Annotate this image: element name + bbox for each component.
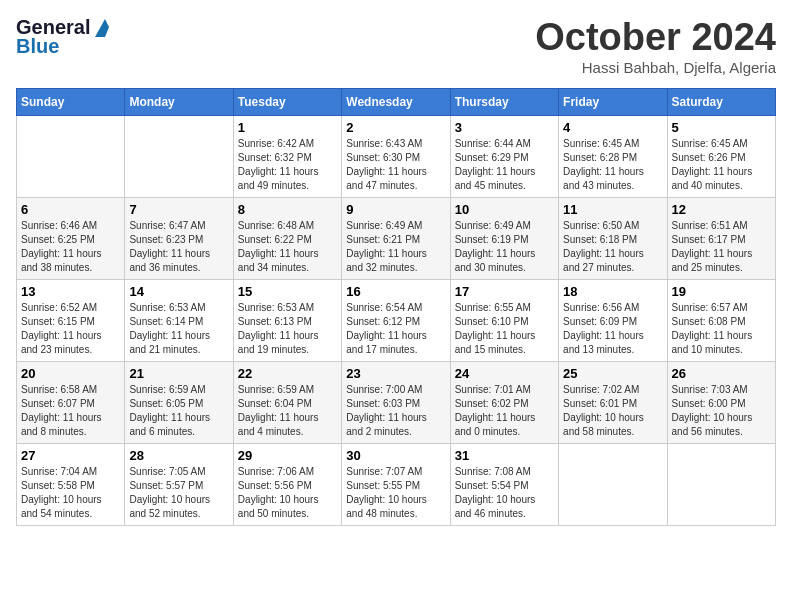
calendar-header-row: SundayMondayTuesdayWednesdayThursdayFrid…	[17, 89, 776, 116]
header-wednesday: Wednesday	[342, 89, 450, 116]
day-number: 28	[129, 448, 228, 463]
day-number: 19	[672, 284, 771, 299]
day-detail: Sunrise: 6:58 AM Sunset: 6:07 PM Dayligh…	[21, 383, 120, 439]
day-number: 26	[672, 366, 771, 381]
calendar-cell: 16Sunrise: 6:54 AM Sunset: 6:12 PM Dayli…	[342, 280, 450, 362]
day-number: 17	[455, 284, 554, 299]
calendar-cell: 13Sunrise: 6:52 AM Sunset: 6:15 PM Dayli…	[17, 280, 125, 362]
location: Hassi Bahbah, Djelfa, Algeria	[535, 59, 776, 76]
logo-blue: Blue	[16, 35, 59, 58]
header-monday: Monday	[125, 89, 233, 116]
day-number: 18	[563, 284, 662, 299]
day-detail: Sunrise: 7:00 AM Sunset: 6:03 PM Dayligh…	[346, 383, 445, 439]
calendar-cell: 19Sunrise: 6:57 AM Sunset: 6:08 PM Dayli…	[667, 280, 775, 362]
header-saturday: Saturday	[667, 89, 775, 116]
day-detail: Sunrise: 6:45 AM Sunset: 6:26 PM Dayligh…	[672, 137, 771, 193]
calendar-cell: 20Sunrise: 6:58 AM Sunset: 6:07 PM Dayli…	[17, 362, 125, 444]
calendar-cell: 30Sunrise: 7:07 AM Sunset: 5:55 PM Dayli…	[342, 444, 450, 526]
day-number: 24	[455, 366, 554, 381]
calendar-cell: 31Sunrise: 7:08 AM Sunset: 5:54 PM Dayli…	[450, 444, 558, 526]
calendar-cell: 18Sunrise: 6:56 AM Sunset: 6:09 PM Dayli…	[559, 280, 667, 362]
calendar-week-3: 20Sunrise: 6:58 AM Sunset: 6:07 PM Dayli…	[17, 362, 776, 444]
day-number: 9	[346, 202, 445, 217]
day-detail: Sunrise: 6:49 AM Sunset: 6:21 PM Dayligh…	[346, 219, 445, 275]
day-number: 3	[455, 120, 554, 135]
calendar-cell: 28Sunrise: 7:05 AM Sunset: 5:57 PM Dayli…	[125, 444, 233, 526]
header-tuesday: Tuesday	[233, 89, 341, 116]
calendar-cell	[559, 444, 667, 526]
calendar-cell: 22Sunrise: 6:59 AM Sunset: 6:04 PM Dayli…	[233, 362, 341, 444]
day-number: 5	[672, 120, 771, 135]
calendar-week-2: 13Sunrise: 6:52 AM Sunset: 6:15 PM Dayli…	[17, 280, 776, 362]
day-detail: Sunrise: 7:04 AM Sunset: 5:58 PM Dayligh…	[21, 465, 120, 521]
day-detail: Sunrise: 6:50 AM Sunset: 6:18 PM Dayligh…	[563, 219, 662, 275]
day-detail: Sunrise: 6:43 AM Sunset: 6:30 PM Dayligh…	[346, 137, 445, 193]
day-number: 20	[21, 366, 120, 381]
day-number: 10	[455, 202, 554, 217]
day-number: 23	[346, 366, 445, 381]
day-detail: Sunrise: 6:48 AM Sunset: 6:22 PM Dayligh…	[238, 219, 337, 275]
calendar-cell	[667, 444, 775, 526]
logo: General Blue	[16, 16, 109, 58]
day-detail: Sunrise: 7:03 AM Sunset: 6:00 PM Dayligh…	[672, 383, 771, 439]
day-detail: Sunrise: 6:46 AM Sunset: 6:25 PM Dayligh…	[21, 219, 120, 275]
logo-icon	[91, 19, 109, 37]
calendar-cell: 24Sunrise: 7:01 AM Sunset: 6:02 PM Dayli…	[450, 362, 558, 444]
day-detail: Sunrise: 6:55 AM Sunset: 6:10 PM Dayligh…	[455, 301, 554, 357]
calendar-cell: 5Sunrise: 6:45 AM Sunset: 6:26 PM Daylig…	[667, 116, 775, 198]
calendar-week-4: 27Sunrise: 7:04 AM Sunset: 5:58 PM Dayli…	[17, 444, 776, 526]
day-detail: Sunrise: 7:08 AM Sunset: 5:54 PM Dayligh…	[455, 465, 554, 521]
calendar-cell: 3Sunrise: 6:44 AM Sunset: 6:29 PM Daylig…	[450, 116, 558, 198]
day-detail: Sunrise: 6:52 AM Sunset: 6:15 PM Dayligh…	[21, 301, 120, 357]
calendar-cell: 25Sunrise: 7:02 AM Sunset: 6:01 PM Dayli…	[559, 362, 667, 444]
calendar-cell	[125, 116, 233, 198]
day-number: 1	[238, 120, 337, 135]
calendar-week-1: 6Sunrise: 6:46 AM Sunset: 6:25 PM Daylig…	[17, 198, 776, 280]
day-detail: Sunrise: 6:47 AM Sunset: 6:23 PM Dayligh…	[129, 219, 228, 275]
calendar-cell: 14Sunrise: 6:53 AM Sunset: 6:14 PM Dayli…	[125, 280, 233, 362]
day-number: 21	[129, 366, 228, 381]
day-number: 14	[129, 284, 228, 299]
calendar-table: SundayMondayTuesdayWednesdayThursdayFrid…	[16, 88, 776, 526]
day-detail: Sunrise: 6:44 AM Sunset: 6:29 PM Dayligh…	[455, 137, 554, 193]
day-number: 7	[129, 202, 228, 217]
calendar-cell	[17, 116, 125, 198]
day-number: 12	[672, 202, 771, 217]
day-detail: Sunrise: 7:05 AM Sunset: 5:57 PM Dayligh…	[129, 465, 228, 521]
calendar-cell: 10Sunrise: 6:49 AM Sunset: 6:19 PM Dayli…	[450, 198, 558, 280]
calendar-cell: 17Sunrise: 6:55 AM Sunset: 6:10 PM Dayli…	[450, 280, 558, 362]
calendar-cell: 27Sunrise: 7:04 AM Sunset: 5:58 PM Dayli…	[17, 444, 125, 526]
calendar-cell: 21Sunrise: 6:59 AM Sunset: 6:05 PM Dayli…	[125, 362, 233, 444]
day-detail: Sunrise: 6:49 AM Sunset: 6:19 PM Dayligh…	[455, 219, 554, 275]
day-number: 30	[346, 448, 445, 463]
svg-marker-0	[95, 19, 109, 37]
day-number: 2	[346, 120, 445, 135]
day-detail: Sunrise: 6:57 AM Sunset: 6:08 PM Dayligh…	[672, 301, 771, 357]
day-detail: Sunrise: 7:02 AM Sunset: 6:01 PM Dayligh…	[563, 383, 662, 439]
calendar-cell: 15Sunrise: 6:53 AM Sunset: 6:13 PM Dayli…	[233, 280, 341, 362]
day-number: 31	[455, 448, 554, 463]
day-number: 22	[238, 366, 337, 381]
day-detail: Sunrise: 6:54 AM Sunset: 6:12 PM Dayligh…	[346, 301, 445, 357]
day-number: 6	[21, 202, 120, 217]
calendar-cell: 23Sunrise: 7:00 AM Sunset: 6:03 PM Dayli…	[342, 362, 450, 444]
calendar-cell: 2Sunrise: 6:43 AM Sunset: 6:30 PM Daylig…	[342, 116, 450, 198]
day-number: 27	[21, 448, 120, 463]
day-detail: Sunrise: 6:59 AM Sunset: 6:04 PM Dayligh…	[238, 383, 337, 439]
day-number: 4	[563, 120, 662, 135]
calendar-cell: 26Sunrise: 7:03 AM Sunset: 6:00 PM Dayli…	[667, 362, 775, 444]
calendar-cell: 29Sunrise: 7:06 AM Sunset: 5:56 PM Dayli…	[233, 444, 341, 526]
day-detail: Sunrise: 6:51 AM Sunset: 6:17 PM Dayligh…	[672, 219, 771, 275]
day-detail: Sunrise: 7:07 AM Sunset: 5:55 PM Dayligh…	[346, 465, 445, 521]
calendar-cell: 7Sunrise: 6:47 AM Sunset: 6:23 PM Daylig…	[125, 198, 233, 280]
header-sunday: Sunday	[17, 89, 125, 116]
calendar-cell: 9Sunrise: 6:49 AM Sunset: 6:21 PM Daylig…	[342, 198, 450, 280]
month-title: October 2024	[535, 16, 776, 59]
day-detail: Sunrise: 7:01 AM Sunset: 6:02 PM Dayligh…	[455, 383, 554, 439]
calendar-cell: 8Sunrise: 6:48 AM Sunset: 6:22 PM Daylig…	[233, 198, 341, 280]
calendar-week-0: 1Sunrise: 6:42 AM Sunset: 6:32 PM Daylig…	[17, 116, 776, 198]
calendar-cell: 11Sunrise: 6:50 AM Sunset: 6:18 PM Dayli…	[559, 198, 667, 280]
day-detail: Sunrise: 6:45 AM Sunset: 6:28 PM Dayligh…	[563, 137, 662, 193]
day-detail: Sunrise: 6:59 AM Sunset: 6:05 PM Dayligh…	[129, 383, 228, 439]
header-thursday: Thursday	[450, 89, 558, 116]
